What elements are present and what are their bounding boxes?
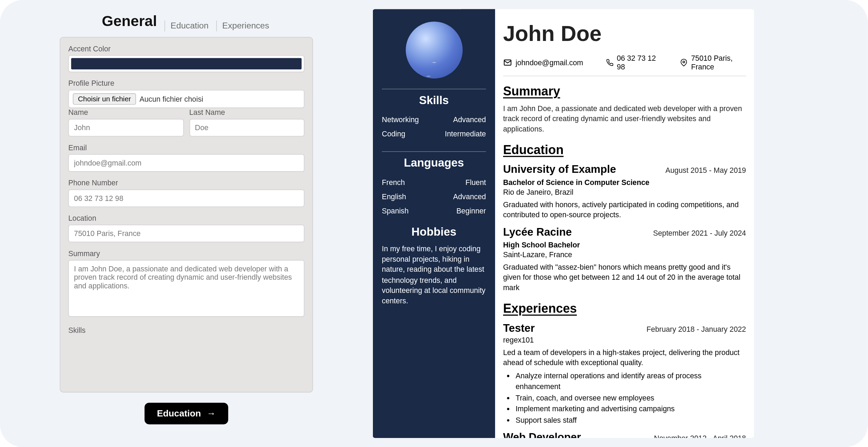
lastname-label: Last Name	[189, 108, 304, 117]
next-button-label: Education	[157, 408, 201, 419]
hobbies-heading: Hobbies	[411, 225, 456, 238]
edu-location: Rio de Janeiro, Brazil	[503, 187, 746, 196]
skill-level: Intermediate	[445, 130, 486, 138]
edu-date: September 2021 - July 2024	[653, 229, 746, 237]
skill-row: Networking Advanced	[382, 113, 486, 127]
edu-school: University of Example	[503, 163, 616, 176]
exp-bullet: Implement marketing and advertising camp…	[516, 404, 746, 415]
exp-company: regex101	[503, 335, 746, 344]
exp-bullet: Support sales staff	[516, 415, 746, 426]
name-input[interactable]	[68, 119, 184, 137]
skill-name: Networking	[382, 116, 419, 124]
skills-heading: Skills	[419, 94, 449, 107]
exp-bullets: Analyze internal operations and identify…	[503, 370, 746, 426]
skills-label: Skills	[68, 326, 304, 335]
exp-date: November 2012 - April 2018	[654, 434, 746, 438]
contact-location: 75010 Paris, France	[691, 54, 746, 71]
resume-sidebar: Skills Networking Advanced Coding Interm…	[373, 9, 495, 438]
education-heading: Education	[503, 143, 746, 158]
accent-color-label: Accent Color	[68, 44, 304, 53]
exp-desc: Led a team of developers in a high-stake…	[503, 347, 746, 368]
name-label: Name	[68, 108, 184, 117]
tab-bar: General Education Experiences	[102, 12, 271, 31]
edu-date: August 2015 - May 2019	[666, 166, 746, 175]
language-level: Beginner	[456, 206, 486, 215]
tab-general[interactable]: General	[102, 12, 159, 31]
contact-email: johndoe@gmail.com	[516, 58, 583, 67]
tab-experiences[interactable]: Experiences	[216, 20, 271, 31]
summary-text: I am John Doe, a passionate and dedicate…	[503, 103, 746, 134]
edu-location: Saint-Lazare, France	[503, 250, 746, 259]
experiences-heading: Experiences	[503, 301, 746, 316]
contact-row: johndoe@gmail.com 06 32 73 12 98 75010 P…	[503, 54, 746, 76]
lastname-input[interactable]	[189, 119, 304, 137]
language-level: Fluent	[465, 178, 486, 187]
edu-school: Lycée Racine	[503, 226, 572, 238]
form-scroll-area[interactable]: Accent Color Profile Picture Choisir un …	[60, 37, 313, 393]
email-label: Email	[68, 143, 304, 152]
contact-phone: 06 32 73 12 98	[617, 54, 657, 71]
experience-item: Web Developer November 2012 - April 2018…	[503, 431, 746, 438]
experience-item: Tester February 2018 - January 2022 rege…	[503, 322, 746, 426]
languages-heading: Languages	[404, 157, 464, 170]
exp-bullet: Analyze internal operations and identify…	[516, 370, 746, 393]
education-item: University of Example August 2015 - May …	[503, 163, 746, 220]
summary-heading: Summary	[503, 84, 746, 99]
exp-role: Web Developer	[503, 431, 581, 438]
location-label: Location	[68, 214, 304, 222]
language-row: Spanish Beginner	[382, 204, 486, 218]
exp-role: Tester	[503, 322, 535, 334]
skill-row: Coding Intermediate	[382, 127, 486, 141]
education-item: Lycée Racine September 2021 - July 2024 …	[503, 226, 746, 293]
file-choose-button[interactable]: Choisir un fichier	[73, 93, 136, 105]
phone-label: Phone Number	[68, 179, 304, 187]
svg-point-1	[683, 61, 685, 63]
next-education-button[interactable]: Education →	[144, 403, 228, 424]
language-row: English Advanced	[382, 189, 486, 204]
hobbies-text: In my free time, I enjoy coding personal…	[382, 244, 486, 306]
edu-degree: High School Bachelor	[503, 241, 746, 249]
phone-icon	[606, 58, 614, 67]
exp-date: February 2018 - January 2022	[646, 324, 746, 333]
editor-panel: General Education Experiences Accent Col…	[0, 0, 373, 447]
edu-desc: Graduated with "assez-bien" honors which…	[503, 262, 746, 293]
email-input[interactable]	[68, 154, 304, 172]
summary-textarea[interactable]	[68, 260, 304, 317]
exp-bullet: Train, coach, and oversee new employees	[516, 393, 746, 404]
avatar	[406, 22, 462, 78]
language-level: Advanced	[453, 192, 486, 201]
summary-label: Summary	[68, 249, 304, 258]
skill-name: Coding	[382, 130, 406, 138]
location-icon	[680, 58, 688, 67]
edu-degree: Bachelor of Science in Computer Science	[503, 178, 746, 186]
location-input[interactable]	[68, 225, 304, 242]
resume-main: John Doe johndoe@gmail.com 06 32 73 12 9…	[495, 9, 754, 438]
file-input[interactable]: Choisir un fichier Aucun fichier choisi	[68, 90, 304, 108]
language-name: English	[382, 192, 406, 201]
arrow-right-icon: →	[207, 408, 216, 419]
email-icon	[503, 58, 512, 67]
accent-color-input[interactable]	[68, 55, 304, 72]
file-status-text: Aucun fichier choisi	[140, 95, 203, 103]
language-name: French	[382, 178, 405, 187]
profile-picture-label: Profile Picture	[68, 79, 304, 88]
resume-preview: Skills Networking Advanced Coding Interm…	[373, 9, 754, 438]
resume-name: John Doe	[503, 22, 746, 46]
language-row: French Fluent	[382, 175, 486, 189]
accent-color-swatch	[71, 58, 302, 69]
tab-education[interactable]: Education	[164, 20, 210, 31]
phone-input[interactable]	[68, 189, 304, 207]
skill-level: Advanced	[453, 116, 486, 124]
language-name: Spanish	[382, 206, 409, 215]
edu-desc: Graduated with honors, actively particip…	[503, 200, 746, 220]
